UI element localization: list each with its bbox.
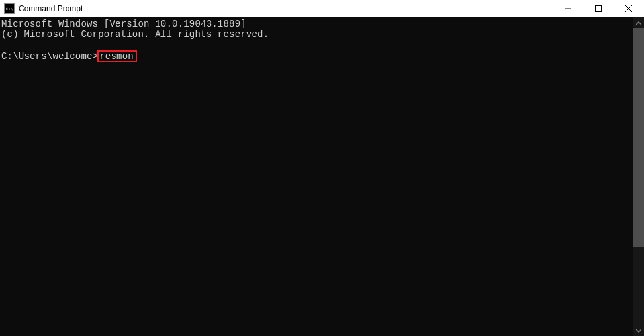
close-button[interactable] — [614, 0, 644, 17]
scroll-down-button[interactable] — [633, 325, 644, 336]
command-highlight: resmon — [97, 50, 137, 62]
maximize-icon — [595, 5, 602, 12]
minimize-icon — [565, 5, 571, 12]
scroll-up-button[interactable] — [633, 17, 644, 28]
close-icon — [625, 5, 632, 12]
svg-rect-1 — [596, 6, 602, 12]
chevron-up-icon — [636, 21, 641, 26]
cmd-app-icon — [4, 3, 15, 14]
maximize-button[interactable] — [583, 0, 614, 17]
vertical-scrollbar — [633, 17, 644, 336]
scroll-thumb[interactable] — [633, 28, 644, 247]
scroll-track[interactable] — [633, 28, 644, 325]
titlebar-left: Command Prompt — [4, 3, 83, 14]
window-title: Command Prompt — [19, 4, 83, 13]
terminal-wrapper: Microsoft Windows [Version 10.0.19043.18… — [0, 17, 644, 336]
window-titlebar: Command Prompt — [0, 0, 644, 17]
typed-command: resmon — [99, 51, 134, 62]
terminal-line-2: (c) Microsoft Corporation. All rights re… — [1, 29, 269, 40]
window-controls — [553, 0, 644, 17]
prompt-path: C:\Users\welcome> — [1, 51, 98, 62]
minimize-button[interactable] — [553, 0, 583, 17]
terminal-area[interactable]: Microsoft Windows [Version 10.0.19043.18… — [0, 17, 633, 336]
chevron-down-icon — [636, 328, 641, 333]
terminal-line-1: Microsoft Windows [Version 10.0.19043.18… — [1, 19, 246, 29]
